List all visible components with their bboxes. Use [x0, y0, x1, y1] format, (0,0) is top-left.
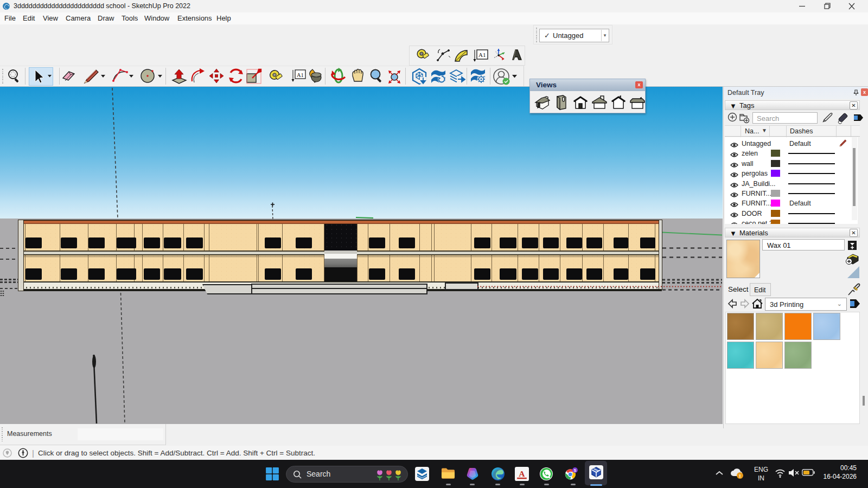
svg-text:S: S	[574, 468, 577, 472]
svg-text:A1: A1	[297, 72, 304, 78]
svg-text:!: !	[739, 473, 741, 479]
svg-text:A1: A1	[478, 52, 486, 58]
svg-text:A: A	[519, 469, 525, 478]
